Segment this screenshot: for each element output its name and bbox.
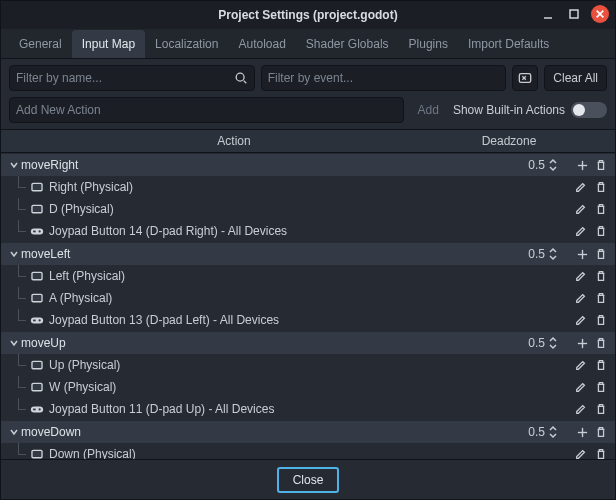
binding-row[interactable]: Left (Physical) [1, 265, 615, 287]
filter-toolbar: Clear All [1, 59, 615, 97]
tree-line [7, 309, 29, 331]
filter-event-input[interactable] [268, 71, 500, 85]
spin-buttons-icon[interactable] [549, 336, 561, 350]
action-row[interactable]: moveRight0.5 [1, 154, 615, 176]
tab-plugins[interactable]: Plugins [399, 30, 458, 58]
trash-icon[interactable] [595, 203, 607, 215]
maximize-button[interactable] [565, 5, 583, 23]
pencil-icon[interactable] [575, 314, 587, 326]
binding-row[interactable]: Up (Physical) [1, 354, 615, 376]
chevron-down-icon[interactable] [7, 249, 21, 259]
trash-icon[interactable] [595, 292, 607, 304]
tabs: GeneralInput MapLocalizationAutoloadShad… [1, 29, 615, 59]
deadzone-value[interactable]: 0.5 [493, 425, 549, 439]
binding-label: A (Physical) [49, 291, 561, 305]
add-action-field[interactable] [9, 97, 404, 123]
tab-autoload[interactable]: Autoload [228, 30, 295, 58]
plus-icon[interactable] [576, 248, 589, 261]
filter-event-clear-button[interactable] [512, 65, 538, 91]
pencil-icon[interactable] [575, 359, 587, 371]
svg-rect-15 [31, 228, 43, 234]
keyboard-key-icon [29, 180, 45, 194]
trash-icon[interactable] [595, 403, 607, 415]
binding-row[interactable]: Right (Physical) [1, 176, 615, 198]
trash-icon[interactable] [595, 359, 607, 371]
chevron-down-icon[interactable] [7, 427, 21, 437]
trash-icon[interactable] [595, 381, 607, 393]
svg-rect-35 [33, 409, 36, 411]
trash-icon[interactable] [595, 181, 607, 193]
trash-icon[interactable] [595, 159, 607, 172]
plus-icon[interactable] [576, 159, 589, 172]
svg-rect-32 [33, 384, 42, 390]
action-row[interactable]: moveUp0.5 [1, 332, 615, 354]
keyboard-key-icon [29, 447, 45, 459]
close-button[interactable]: Close [277, 467, 340, 493]
binding-label: Left (Physical) [49, 269, 561, 283]
svg-rect-39 [33, 451, 42, 457]
pencil-icon[interactable] [575, 292, 587, 304]
keyboard-key-icon [29, 202, 45, 216]
deadzone-value[interactable]: 0.5 [493, 336, 549, 350]
binding-row[interactable]: A (Physical) [1, 287, 615, 309]
trash-icon[interactable] [595, 448, 607, 459]
chevron-down-icon[interactable] [7, 338, 21, 348]
trash-icon[interactable] [595, 337, 607, 350]
filter-event-field[interactable] [261, 65, 507, 91]
spin-buttons-icon[interactable] [549, 247, 561, 261]
binding-row[interactable]: D (Physical) [1, 198, 615, 220]
pencil-icon[interactable] [575, 203, 587, 215]
binding-row[interactable]: Joypad Button 14 (D-pad Right) - All Dev… [1, 220, 615, 242]
close-window-button[interactable] [591, 5, 609, 23]
column-header: Action Deadzone [1, 129, 615, 153]
trash-icon[interactable] [595, 225, 607, 237]
action-row[interactable]: moveDown0.5 [1, 421, 615, 443]
filter-name-input[interactable] [16, 71, 234, 85]
pencil-icon[interactable] [575, 225, 587, 237]
action-row[interactable]: moveLeft0.5 [1, 243, 615, 265]
binding-row[interactable]: Joypad Button 11 (D-pad Up) - All Device… [1, 398, 615, 420]
trash-icon[interactable] [595, 426, 607, 439]
binding-row[interactable]: W (Physical) [1, 376, 615, 398]
tree-line [7, 443, 29, 459]
trash-icon[interactable] [595, 314, 607, 326]
tab-localization[interactable]: Localization [145, 30, 228, 58]
spin-buttons-icon[interactable] [549, 425, 561, 439]
chevron-down-icon[interactable] [7, 160, 21, 170]
pencil-icon[interactable] [575, 403, 587, 415]
titlebar: Project Settings (project.godot) [1, 1, 615, 29]
trash-icon[interactable] [595, 248, 607, 261]
plus-icon[interactable] [576, 426, 589, 439]
tab-shader-globals[interactable]: Shader Globals [296, 30, 399, 58]
svg-rect-17 [33, 231, 36, 233]
tab-general[interactable]: General [9, 30, 72, 58]
action-list[interactable]: moveRight0.5Right (Physical)D (Physical)… [1, 153, 615, 459]
pencil-icon[interactable] [575, 448, 587, 459]
binding-row[interactable]: Down (Physical) [1, 443, 615, 459]
pencil-icon[interactable] [575, 381, 587, 393]
deadzone-value[interactable]: 0.5 [493, 247, 549, 261]
filter-name-field[interactable] [9, 65, 255, 91]
deadzone-value[interactable]: 0.5 [493, 158, 549, 172]
show-builtin-toggle[interactable] [571, 102, 607, 118]
tab-input-map[interactable]: Input Map [72, 30, 145, 58]
pencil-icon[interactable] [575, 181, 587, 193]
pencil-icon[interactable] [575, 270, 587, 282]
trash-icon[interactable] [595, 270, 607, 282]
tree-line [7, 220, 29, 242]
svg-point-25 [38, 319, 40, 321]
spin-buttons-icon[interactable] [549, 158, 561, 172]
binding-row[interactable]: Joypad Button 13 (D-pad Left) - All Devi… [1, 309, 615, 331]
clear-all-button[interactable]: Clear All [544, 65, 607, 91]
plus-icon[interactable] [576, 337, 589, 350]
tree-line [7, 376, 29, 398]
column-action: Action [9, 134, 459, 148]
add-button[interactable]: Add [410, 103, 447, 117]
svg-point-34 [38, 408, 40, 410]
window-controls [539, 5, 609, 23]
search-icon [234, 71, 248, 85]
minimize-button[interactable] [539, 5, 557, 23]
tab-import-defaults[interactable]: Import Defaults [458, 30, 559, 58]
action-name: moveLeft [21, 247, 493, 261]
add-action-input[interactable] [16, 103, 397, 117]
